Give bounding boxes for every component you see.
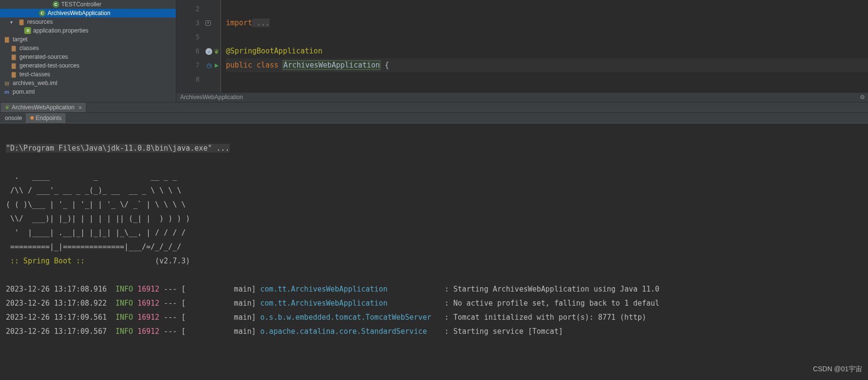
- spring-leaf-icon[interactable]: ❦: [213, 48, 220, 55]
- folder-icon: ▇: [10, 53, 17, 61]
- tab-endpoints[interactable]: ✹Endpoints: [26, 113, 65, 123]
- folder-icon: ▇: [10, 44, 17, 52]
- tab-console[interactable]: onsole: [1, 113, 26, 123]
- tree-item-label: test-classes: [19, 71, 50, 78]
- code-editor[interactable]: 2 3 5 6 7 8 + ⌕ ❦ ◷ ▶: [176, 0, 868, 102]
- tree-item-label: archives_web.iml: [13, 80, 57, 86]
- run-tab-bar: ❦ ArchivesWebApplication ✕: [0, 102, 868, 113]
- fold-icon[interactable]: +: [205, 20, 211, 26]
- tree-item-pom[interactable]: m pom.xml: [0, 87, 176, 96]
- flame-icon: ✹: [30, 115, 34, 121]
- tree-item-label: generated-test-sources: [19, 62, 79, 69]
- tree-item-label: classes: [19, 45, 39, 52]
- search-icon[interactable]: ⌕: [205, 48, 212, 55]
- tree-item-label: pom.xml: [13, 88, 34, 95]
- project-tree[interactable]: C TESTController C ArchivesWebApplicatio…: [0, 0, 176, 102]
- run-icon[interactable]: ▶: [213, 62, 220, 69]
- watermark: CSDN @01宇宙: [813, 362, 862, 376]
- tree-item-classes[interactable]: ▇ classes: [0, 44, 176, 52]
- class-icon: C: [39, 10, 46, 17]
- tree-item-generated-test-sources[interactable]: ▇ generated-test-sources: [0, 61, 176, 70]
- folder-icon: ▇: [10, 62, 17, 69]
- tree-item-resources[interactable]: ▾ ▇ resources: [0, 17, 176, 26]
- maven-icon: m: [3, 88, 11, 96]
- tree-item-label: ArchivesWebApplication: [48, 10, 110, 17]
- tree-item-label: application.properties: [33, 27, 88, 34]
- bean-icon[interactable]: ◷: [205, 62, 212, 69]
- folder-icon: ▇: [10, 70, 17, 78]
- tree-item-archiveswebapplication[interactable]: C ArchivesWebApplication: [0, 9, 176, 17]
- class-icon: C: [52, 1, 59, 8]
- tree-item-label: resources: [27, 18, 53, 25]
- annotation: @SpringBootApplication: [226, 47, 323, 55]
- tree-item-target[interactable]: ▇ target: [0, 35, 176, 44]
- class-name: ArchivesWebApplication: [283, 60, 380, 70]
- properties-icon: ⚙: [24, 27, 31, 34]
- run-subtabs: onsole ✹Endpoints: [0, 113, 868, 123]
- tree-item-test-classes[interactable]: ▇ test-classes: [0, 70, 176, 79]
- tree-item-label: target: [13, 36, 28, 43]
- breadcrumb[interactable]: ArchivesWebApplication ⚙: [176, 92, 868, 102]
- tree-item-testcontroller[interactable]: C TESTController: [0, 0, 176, 9]
- folder-icon: ▇: [3, 35, 11, 43]
- code-area[interactable]: import ... @SpringBootApplication public…: [221, 0, 868, 102]
- command-line: "D:\Program Files\Java\jdk-11.0.8\bin\ja…: [6, 144, 230, 153]
- chevron-down-icon[interactable]: ▾: [8, 19, 15, 25]
- close-icon[interactable]: ✕: [78, 105, 82, 110]
- tree-item-iml[interactable]: ▤ archives_web.iml: [0, 79, 176, 87]
- run-tab[interactable]: ❦ ArchivesWebApplication ✕: [1, 103, 86, 112]
- tree-item-label: generated-sources: [19, 53, 68, 60]
- gutter-marks: + ⌕ ❦ ◷ ▶: [204, 0, 221, 102]
- folder-icon: ▇: [17, 18, 25, 26]
- tree-item-application-properties[interactable]: ⚙ application.properties: [0, 26, 176, 35]
- gear-icon[interactable]: ⚙: [860, 94, 865, 101]
- console-output[interactable]: "D:\Program Files\Java\jdk-11.0.8\bin\ja…: [0, 123, 868, 380]
- tree-item-generated-sources[interactable]: ▇ generated-sources: [0, 52, 176, 61]
- iml-icon: ▤: [3, 79, 11, 87]
- tree-item-label: TESTController: [61, 1, 102, 8]
- line-gutter: 2 3 5 6 7 8: [176, 0, 204, 102]
- spring-leaf-icon: ❦: [5, 104, 10, 111]
